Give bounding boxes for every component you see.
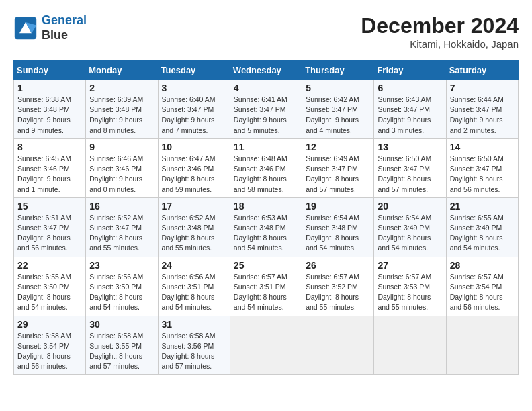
column-header-sunday: Sunday — [14, 61, 86, 80]
calendar-week-2: 8Sunrise: 6:45 AM Sunset: 3:46 PM Daylig… — [14, 138, 519, 197]
calendar-body: 1Sunrise: 6:38 AM Sunset: 3:48 PM Daylig… — [14, 80, 519, 375]
calendar-cell: 19Sunrise: 6:54 AM Sunset: 3:48 PM Dayli… — [302, 197, 374, 257]
day-info: Sunrise: 6:51 AM Sunset: 3:47 PM Dayligh… — [17, 213, 82, 254]
day-number: 5 — [306, 83, 370, 93]
calendar-cell: 25Sunrise: 6:57 AM Sunset: 3:51 PM Dayli… — [230, 257, 302, 316]
column-header-wednesday: Wednesday — [230, 61, 302, 80]
calendar-week-5: 29Sunrise: 6:58 AM Sunset: 3:54 PM Dayli… — [14, 316, 519, 375]
day-info: Sunrise: 6:42 AM Sunset: 3:47 PM Dayligh… — [306, 95, 370, 136]
day-number: 2 — [89, 83, 154, 93]
day-number: 20 — [378, 201, 442, 212]
calendar-cell: 11Sunrise: 6:48 AM Sunset: 3:46 PM Dayli… — [230, 138, 302, 197]
calendar-cell — [374, 316, 446, 375]
calendar-cell — [230, 316, 302, 375]
day-info: Sunrise: 6:50 AM Sunset: 3:47 PM Dayligh… — [450, 154, 515, 195]
calendar-cell: 30Sunrise: 6:58 AM Sunset: 3:55 PM Dayli… — [86, 316, 158, 375]
day-number: 7 — [450, 83, 515, 93]
day-info: Sunrise: 6:58 AM Sunset: 3:55 PM Dayligh… — [89, 331, 154, 372]
day-info: Sunrise: 6:40 AM Sunset: 3:47 PM Dayligh… — [162, 95, 226, 136]
day-info: Sunrise: 6:52 AM Sunset: 3:48 PM Dayligh… — [162, 213, 226, 254]
day-number: 25 — [234, 260, 298, 271]
day-number: 24 — [162, 260, 226, 271]
calendar-table: SundayMondayTuesdayWednesdayThursdayFrid… — [13, 60, 519, 375]
day-number: 12 — [306, 142, 370, 152]
day-info: Sunrise: 6:54 AM Sunset: 3:48 PM Dayligh… — [306, 213, 370, 254]
day-info: Sunrise: 6:52 AM Sunset: 3:47 PM Dayligh… — [89, 213, 154, 254]
location-subtitle: Kitami, Hokkaido, Japan — [361, 38, 519, 50]
page-header: General Blue December 2024 Kitami, Hokka… — [13, 13, 519, 50]
day-info: Sunrise: 6:49 AM Sunset: 3:47 PM Dayligh… — [306, 154, 370, 195]
calendar-cell: 6Sunrise: 6:43 AM Sunset: 3:47 PM Daylig… — [374, 80, 446, 139]
day-info: Sunrise: 6:46 AM Sunset: 3:46 PM Dayligh… — [89, 154, 154, 195]
calendar-cell — [302, 316, 374, 375]
day-info: Sunrise: 6:58 AM Sunset: 3:54 PM Dayligh… — [17, 331, 82, 372]
column-header-friday: Friday — [374, 61, 446, 80]
day-number: 3 — [162, 83, 226, 93]
day-number: 30 — [89, 319, 154, 330]
calendar-cell: 17Sunrise: 6:52 AM Sunset: 3:48 PM Dayli… — [158, 197, 230, 257]
day-info: Sunrise: 6:41 AM Sunset: 3:47 PM Dayligh… — [234, 95, 298, 136]
day-info: Sunrise: 6:45 AM Sunset: 3:46 PM Dayligh… — [17, 154, 82, 195]
calendar-cell: 12Sunrise: 6:49 AM Sunset: 3:47 PM Dayli… — [302, 138, 374, 197]
day-number: 8 — [17, 142, 82, 152]
day-info: Sunrise: 6:58 AM Sunset: 3:56 PM Dayligh… — [162, 331, 226, 372]
day-info: Sunrise: 6:56 AM Sunset: 3:51 PM Dayligh… — [162, 272, 226, 313]
calendar-cell: 13Sunrise: 6:50 AM Sunset: 3:47 PM Dayli… — [374, 138, 446, 197]
header-row: SundayMondayTuesdayWednesdayThursdayFrid… — [14, 61, 519, 80]
day-number: 10 — [162, 142, 226, 152]
logo-line1: General — [42, 13, 87, 27]
day-number: 21 — [450, 201, 515, 212]
calendar-cell: 18Sunrise: 6:53 AM Sunset: 3:48 PM Dayli… — [230, 197, 302, 257]
day-number: 31 — [162, 319, 226, 330]
title-block: December 2024 Kitami, Hokkaido, Japan — [361, 13, 519, 50]
day-info: Sunrise: 6:55 AM Sunset: 3:50 PM Dayligh… — [17, 272, 82, 313]
day-info: Sunrise: 6:54 AM Sunset: 3:49 PM Dayligh… — [378, 213, 442, 254]
day-number: 26 — [306, 260, 370, 271]
calendar-cell: 29Sunrise: 6:58 AM Sunset: 3:54 PM Dayli… — [14, 316, 86, 375]
day-info: Sunrise: 6:47 AM Sunset: 3:46 PM Dayligh… — [162, 154, 226, 195]
calendar-week-1: 1Sunrise: 6:38 AM Sunset: 3:48 PM Daylig… — [14, 80, 519, 139]
calendar-week-3: 15Sunrise: 6:51 AM Sunset: 3:47 PM Dayli… — [14, 197, 519, 257]
day-number: 27 — [378, 260, 442, 271]
calendar-cell: 7Sunrise: 6:44 AM Sunset: 3:47 PM Daylig… — [446, 80, 518, 139]
day-info: Sunrise: 6:43 AM Sunset: 3:47 PM Dayligh… — [378, 95, 442, 136]
day-info: Sunrise: 6:57 AM Sunset: 3:52 PM Dayligh… — [306, 272, 370, 313]
day-info: Sunrise: 6:50 AM Sunset: 3:47 PM Dayligh… — [378, 154, 442, 195]
month-title: December 2024 — [361, 13, 519, 38]
day-number: 4 — [234, 83, 298, 93]
day-number: 22 — [17, 260, 82, 271]
calendar-cell: 2Sunrise: 6:39 AM Sunset: 3:48 PM Daylig… — [86, 80, 158, 139]
day-number: 28 — [450, 260, 515, 271]
calendar-cell: 26Sunrise: 6:57 AM Sunset: 3:52 PM Dayli… — [302, 257, 374, 316]
column-header-tuesday: Tuesday — [158, 61, 230, 80]
day-number: 14 — [450, 142, 515, 152]
calendar-cell: 15Sunrise: 6:51 AM Sunset: 3:47 PM Dayli… — [14, 197, 86, 257]
day-number: 1 — [17, 83, 82, 93]
calendar-cell: 14Sunrise: 6:50 AM Sunset: 3:47 PM Dayli… — [446, 138, 518, 197]
day-info: Sunrise: 6:55 AM Sunset: 3:49 PM Dayligh… — [450, 213, 515, 254]
day-info: Sunrise: 6:57 AM Sunset: 3:54 PM Dayligh… — [450, 272, 515, 313]
day-number: 15 — [17, 201, 82, 212]
calendar-cell — [446, 316, 518, 375]
day-number: 16 — [89, 201, 154, 212]
calendar-cell: 10Sunrise: 6:47 AM Sunset: 3:46 PM Dayli… — [158, 138, 230, 197]
calendar-header: SundayMondayTuesdayWednesdayThursdayFrid… — [14, 61, 519, 80]
column-header-monday: Monday — [86, 61, 158, 80]
column-header-thursday: Thursday — [302, 61, 374, 80]
logo-icon — [13, 16, 38, 40]
day-number: 17 — [162, 201, 226, 212]
calendar-cell: 5Sunrise: 6:42 AM Sunset: 3:47 PM Daylig… — [302, 80, 374, 139]
day-number: 19 — [306, 201, 370, 212]
day-number: 9 — [89, 142, 154, 152]
day-number: 11 — [234, 142, 298, 152]
calendar-cell: 1Sunrise: 6:38 AM Sunset: 3:48 PM Daylig… — [14, 80, 86, 139]
day-info: Sunrise: 6:53 AM Sunset: 3:48 PM Dayligh… — [234, 213, 298, 254]
day-number: 29 — [17, 319, 82, 330]
calendar-cell: 16Sunrise: 6:52 AM Sunset: 3:47 PM Dayli… — [86, 197, 158, 257]
day-info: Sunrise: 6:56 AM Sunset: 3:50 PM Dayligh… — [89, 272, 154, 313]
day-info: Sunrise: 6:38 AM Sunset: 3:48 PM Dayligh… — [17, 95, 82, 136]
calendar-cell: 8Sunrise: 6:45 AM Sunset: 3:46 PM Daylig… — [14, 138, 86, 197]
logo-line2: Blue — [42, 28, 68, 42]
calendar-week-4: 22Sunrise: 6:55 AM Sunset: 3:50 PM Dayli… — [14, 257, 519, 316]
day-number: 18 — [234, 201, 298, 212]
